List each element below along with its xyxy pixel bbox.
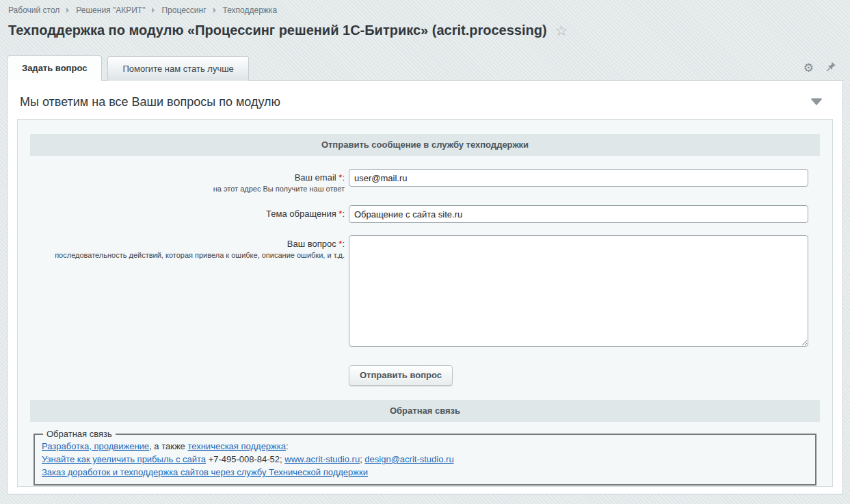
breadcrumb-item-solutions[interactable]: Решения "АКРИТ" <box>76 5 145 15</box>
feedback-line: Узнайте как увеличить прибыль с сайта +7… <box>42 453 808 466</box>
tabs-row: Задать вопрос Помогите нам стать лучше ⚙ <box>7 55 843 81</box>
question-field[interactable] <box>349 235 808 347</box>
gear-icon[interactable]: ⚙ <box>803 62 814 74</box>
question-label: Ваш вопрос *: <box>18 239 345 249</box>
form-container: Отправить сообщение в службу техподдержк… <box>17 119 833 487</box>
feedback-link[interactable]: www.acrit-studio.ru <box>284 454 360 464</box>
pin-icon[interactable] <box>825 61 836 75</box>
email-hint: на этот адрес Вы получите наш ответ <box>18 185 345 194</box>
feedback-line: Заказ доработок и техподдержка сайтов че… <box>42 466 808 479</box>
feedback-header-bar: Обратная связь <box>30 400 820 422</box>
subject-field-wrap <box>349 205 808 223</box>
email-field-wrap <box>349 169 808 194</box>
email-row: Ваш email *: на этот адрес Вы получите н… <box>18 169 832 194</box>
feedback-fieldset: Обратная связь Разработка, продвижение, … <box>34 429 816 486</box>
subject-label-block: Тема обращения *: <box>18 205 345 223</box>
feedback-link[interactable]: design@acrit-studio.ru <box>364 454 453 464</box>
submit-row: Отправить вопрос <box>18 365 832 386</box>
section-head: Мы ответим на все Ваши вопросы по модулю <box>8 81 842 119</box>
form-header-bar: Отправить сообщение в службу техподдержк… <box>30 134 820 156</box>
breadcrumb-item-processing[interactable]: Процессинг <box>161 5 206 15</box>
feedback-lines: Разработка, продвижение, а также техниче… <box>42 440 808 479</box>
question-label-block: Ваш вопрос *: последовательность действи… <box>18 235 345 349</box>
question-field-wrap <box>349 235 808 349</box>
subject-field[interactable] <box>349 205 808 223</box>
breadcrumb-separator-icon <box>213 8 216 13</box>
tab-actions: ⚙ <box>803 55 843 81</box>
feedback-line: Разработка, продвижение, а также техниче… <box>42 440 808 453</box>
feedback-link[interactable]: техническая поддержка <box>187 441 286 451</box>
tab-ask-question[interactable]: Задать вопрос <box>7 55 102 81</box>
submit-question-button[interactable]: Отправить вопрос <box>349 365 453 386</box>
admin-page: Рабочий стол Решения "АКРИТ" Процессинг … <box>0 0 850 504</box>
favorite-star-icon[interactable]: ☆ <box>555 23 568 38</box>
breadcrumb-item-support: Техподдержка <box>223 5 278 15</box>
feedback-legend: Обратная связь <box>43 429 116 439</box>
page-title: Техподдержка по модулю «Процессинг решен… <box>8 23 547 38</box>
subject-label: Тема обращения *: <box>18 209 345 219</box>
title-row: Техподдержка по модулю «Процессинг решен… <box>8 23 568 38</box>
feedback-text: +7-495-008-84-52; <box>206 454 284 464</box>
main-panel: Мы ответим на все Ваши вопросы по модулю… <box>7 80 843 494</box>
breadcrumb-item-desktop[interactable]: Рабочий стол <box>8 5 59 15</box>
question-hint: последовательность действий, которая при… <box>18 251 345 260</box>
section-title: Мы ответим на все Ваши вопросы по модулю <box>20 95 830 109</box>
feedback-link[interactable]: Разработка, продвижение <box>42 441 149 451</box>
feedback-link[interactable]: Заказ доработок и техподдержка сайтов че… <box>42 467 368 477</box>
subject-row: Тема обращения *: <box>18 205 832 223</box>
email-label: Ваш email *: <box>18 172 345 183</box>
question-row: Ваш вопрос *: последовательность действи… <box>18 235 832 349</box>
tab-help-us-improve[interactable]: Помогите нам стать лучше <box>107 56 248 81</box>
email-label-block: Ваш email *: на этот адрес Вы получите н… <box>18 169 345 194</box>
feedback-text: : <box>286 441 289 451</box>
chevron-down-icon[interactable] <box>811 99 822 105</box>
breadcrumb: Рабочий стол Решения "АКРИТ" Процессинг … <box>8 5 277 15</box>
email-field[interactable] <box>349 169 808 187</box>
feedback-link[interactable]: Узнайте как увеличить прибыль с сайта <box>42 454 206 464</box>
feedback-text: , а также <box>149 441 187 451</box>
breadcrumb-separator-icon <box>66 8 69 13</box>
breadcrumb-separator-icon <box>152 8 155 13</box>
